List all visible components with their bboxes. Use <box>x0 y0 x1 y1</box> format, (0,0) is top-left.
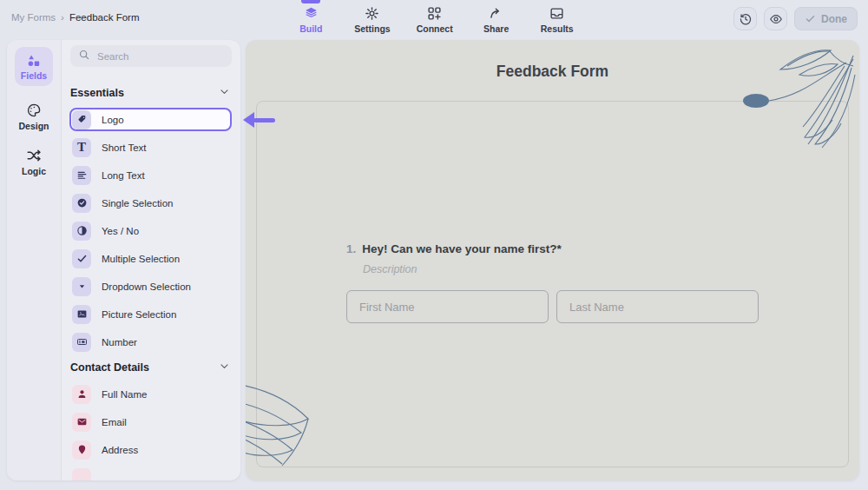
history-icon <box>739 12 753 26</box>
field-item-short-text[interactable]: TShort Text <box>69 136 232 159</box>
person-icon <box>72 385 91 404</box>
section-header-contact-details[interactable]: Contact Details <box>62 361 240 374</box>
first-name-input[interactable] <box>346 290 549 323</box>
question-number: 1. <box>346 242 356 257</box>
field-item-logo[interactable]: Logo <box>69 108 232 131</box>
tag-icon <box>72 110 91 129</box>
search-box[interactable] <box>70 45 232 67</box>
dropdown-triangle-icon <box>72 277 91 296</box>
shuffle-icon <box>26 148 42 163</box>
number-icon <box>72 333 91 352</box>
palette-icon <box>26 103 42 118</box>
tab-results[interactable]: Results <box>540 0 575 40</box>
field-item-single-selection[interactable]: Single Selection <box>69 191 232 215</box>
question-block[interactable]: 1. Hey! Can we have your name first?* De… <box>346 242 760 323</box>
eye-icon <box>769 12 783 26</box>
done-button[interactable]: Done <box>794 7 858 30</box>
check-icon <box>72 249 91 268</box>
tab-connect[interactable]: Connect <box>417 0 453 40</box>
field-item-email[interactable]: Email <box>69 410 232 434</box>
tab-settings[interactable]: Settings <box>354 0 390 40</box>
chevron-down-icon <box>219 85 230 101</box>
tab-build[interactable]: Build <box>293 0 328 40</box>
envelope-icon <box>72 413 91 432</box>
pin-icon <box>72 440 91 460</box>
connect-grid-icon <box>427 6 442 21</box>
active-tab-indicator <box>301 0 320 3</box>
long-text-icon <box>72 166 91 185</box>
gear-icon <box>365 6 379 21</box>
rail-item-design[interactable]: Design <box>18 103 49 131</box>
rail-item-fields[interactable]: Fields <box>15 47 53 86</box>
list-item-partial <box>69 466 232 480</box>
section-header-essentials[interactable]: Essentials <box>62 86 240 100</box>
field-item-multiple-selection[interactable]: Multiple Selection <box>69 247 232 270</box>
history-button[interactable] <box>733 7 757 30</box>
field-item-long-text[interactable]: Long Text <box>69 163 232 187</box>
share-arrow-icon <box>489 6 503 21</box>
form-canvas: Feedback Form 1. Hey! Can we have your n… <box>246 40 859 480</box>
shapes-icon <box>26 53 42 69</box>
topbar-actions: Done <box>733 7 858 30</box>
preview-button[interactable] <box>764 7 787 30</box>
tab-share[interactable]: Share <box>479 0 514 40</box>
yes-no-icon <box>72 222 91 241</box>
field-item-dropdown-selection[interactable]: Dropdown Selection <box>69 275 232 298</box>
fields-panel: EssentialsLogoTShort TextLong TextSingle… <box>61 40 240 480</box>
short-text-icon: T <box>72 138 91 157</box>
section-list-essentials: LogoTShort TextLong TextSingle Selection… <box>62 108 240 354</box>
search-input[interactable] <box>97 51 224 62</box>
check-icon <box>805 13 816 24</box>
inbox-icon <box>549 6 564 21</box>
builder-left-panel: FieldsDesignLogic EssentialsLogoTShort T… <box>7 40 240 480</box>
field-item-number[interactable]: Number <box>69 330 232 354</box>
form-title[interactable]: Feedback Form <box>246 63 859 81</box>
section-list-contact-details: Full NameEmailAddress <box>62 382 240 480</box>
picture-icon <box>72 305 91 324</box>
partial-tile <box>72 468 91 481</box>
field-item-yes-no[interactable]: Yes / No <box>69 219 232 242</box>
field-item-full-name[interactable]: Full Name <box>69 382 232 406</box>
question-description[interactable]: Description <box>363 263 760 275</box>
single-selection-icon <box>72 194 91 213</box>
layers-icon <box>304 6 319 21</box>
pointer-arrow <box>243 112 275 128</box>
question-text[interactable]: Hey! Can we have your name first?* <box>362 242 562 257</box>
mode-rail: FieldsDesignLogic <box>7 40 61 480</box>
field-item-picture-selection[interactable]: Picture Selection <box>69 302 232 326</box>
field-item-address[interactable]: Address <box>69 438 232 461</box>
topbar: My Forms › Feedback Form BuildSettingsCo… <box>0 0 868 40</box>
done-button-label: Done <box>821 13 847 25</box>
rail-item-logic[interactable]: Logic <box>22 148 46 176</box>
last-name-input[interactable] <box>556 290 759 323</box>
chevron-down-icon <box>219 360 230 375</box>
search-icon <box>78 49 90 64</box>
